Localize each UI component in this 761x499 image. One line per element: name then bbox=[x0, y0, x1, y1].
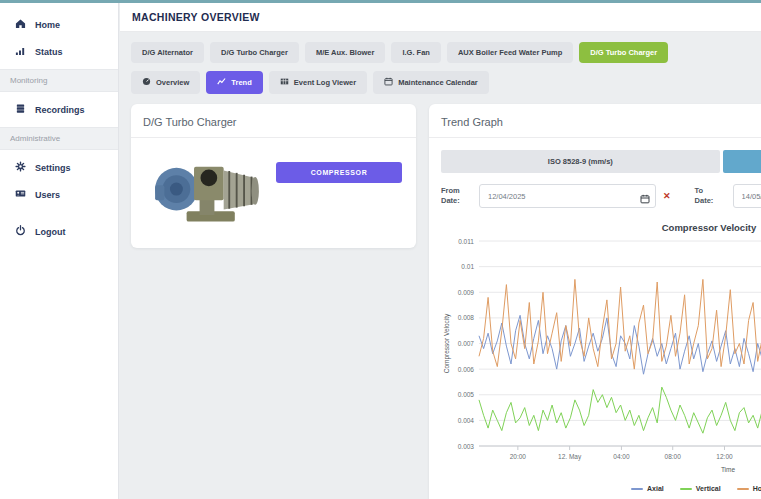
clear-date-icon[interactable]: ✕ bbox=[663, 191, 671, 201]
sidebar-item-recordings[interactable]: Recordings bbox=[0, 96, 118, 123]
turbocharger-image bbox=[151, 152, 263, 228]
sidebar-item-users[interactable]: Users bbox=[0, 181, 118, 208]
legend-dash-icon bbox=[737, 488, 749, 490]
standard-tab-right[interactable] bbox=[723, 150, 761, 173]
tab-trend[interactable]: Trend bbox=[206, 71, 262, 94]
x-axis-title: Time bbox=[721, 466, 736, 473]
x-tick-label: 12:00 bbox=[716, 453, 733, 460]
sidebar-section-monitoring: Monitoring bbox=[0, 69, 118, 92]
recordings-icon bbox=[15, 103, 26, 116]
calendar-icon bbox=[384, 77, 393, 88]
legend-item-vertical[interactable]: Vertical bbox=[680, 485, 721, 492]
sidebar-item-label: Recordings bbox=[35, 105, 85, 115]
machine-card-title: D/G Turbo Charger bbox=[143, 116, 404, 137]
machine-card: D/G Turbo Charger bbox=[131, 104, 416, 248]
main-area: MACHINERY OVERVIEW D/G Alternator D/G Tu… bbox=[120, 3, 761, 499]
y-tick-label: 0.011 bbox=[458, 238, 474, 245]
sidebar-item-label: Users bbox=[35, 190, 60, 200]
sidebar-item-status[interactable]: Status bbox=[0, 38, 118, 65]
machinery-tab-bar: D/G Alternator D/G Turbo Charger M/E Aux… bbox=[131, 42, 761, 63]
legend-label: Axial bbox=[647, 485, 664, 492]
tab-me-aux-blower[interactable]: M/E Aux. Blower bbox=[305, 42, 385, 63]
sidebar-item-home[interactable]: Home bbox=[0, 11, 118, 38]
y-tick-label: 0.005 bbox=[458, 391, 475, 398]
standard-selector-bar: ISO 8528-9 (mm/s) bbox=[441, 150, 761, 173]
page-header: MACHINERY OVERVIEW bbox=[120, 3, 761, 32]
to-date-label: To Date: bbox=[695, 186, 729, 206]
date-picker-icon[interactable] bbox=[640, 190, 650, 208]
tab-dg-turbo-charger-active[interactable]: D/G Turbo Charger bbox=[579, 42, 668, 63]
legend-item-axial[interactable]: Axial bbox=[631, 485, 664, 492]
tab-dg-alternator[interactable]: D/G Alternator bbox=[131, 42, 204, 63]
from-date-input[interactable] bbox=[479, 184, 656, 208]
table-icon bbox=[280, 77, 289, 88]
y-tick-label: 0.01 bbox=[461, 263, 474, 270]
tab-maintenance-calendar[interactable]: Maintenance Calendar bbox=[373, 71, 489, 94]
tab-ig-fan[interactable]: I.G. Fan bbox=[391, 42, 441, 63]
sidebar-item-settings[interactable]: Settings bbox=[0, 154, 118, 181]
y-tick-label: 0.003 bbox=[458, 443, 475, 450]
x-tick-label: 12. May bbox=[558, 453, 582, 461]
sidebar-item-label: Status bbox=[35, 47, 63, 57]
chart-title: Compressor Velocity bbox=[441, 222, 761, 233]
sidebar-item-logout[interactable]: Logout bbox=[0, 218, 118, 245]
compressor-button[interactable]: COMPRESSOR bbox=[276, 162, 402, 183]
trend-chart: Compressor Velocity 0.0110.010.0090.0080… bbox=[441, 222, 761, 492]
trend-line-icon bbox=[217, 77, 226, 88]
x-tick-label: 20:00 bbox=[510, 453, 527, 460]
legend-label: Vertical bbox=[696, 485, 721, 492]
legend-label: Horizontal bbox=[753, 485, 761, 492]
users-icon bbox=[15, 188, 26, 201]
tab-aux-boiler-feed-water-pump[interactable]: AUX Boiler Feed Water Pump bbox=[447, 42, 573, 63]
home-icon bbox=[15, 18, 26, 31]
chart-plot-area: 0.0110.010.0090.0080.0070.0060.0050.0040… bbox=[441, 237, 761, 477]
y-tick-label: 0.004 bbox=[458, 417, 475, 424]
gear-icon bbox=[15, 161, 26, 174]
x-tick-label: 08:00 bbox=[665, 453, 682, 460]
x-tick-label: 04:00 bbox=[613, 453, 630, 460]
tab-event-log-viewer[interactable]: Event Log Viewer bbox=[269, 71, 367, 94]
bar-chart-icon bbox=[15, 45, 26, 58]
tab-dg-turbo-charger[interactable]: D/G Turbo Charger bbox=[210, 42, 299, 63]
tab-overview[interactable]: Overview bbox=[131, 71, 200, 94]
view-tab-bar: Overview Trend Event Log Viewer Maintena… bbox=[131, 71, 761, 94]
legend-item-horizontal[interactable]: Horizontal bbox=[737, 485, 761, 492]
trend-card: Trend Graph ISO 8528-9 (mm/s) From Date: bbox=[429, 104, 761, 499]
sidebar-item-label: Logout bbox=[35, 227, 66, 237]
standard-tab-iso-8528-9[interactable]: ISO 8528-9 (mm/s) bbox=[441, 150, 720, 173]
trend-card-title: Trend Graph bbox=[441, 116, 761, 137]
sidebar-item-label: Home bbox=[35, 20, 60, 30]
to-date-input[interactable] bbox=[733, 184, 761, 208]
chart-legend: AxialVerticalHorizontal bbox=[441, 485, 761, 492]
page-title: MACHINERY OVERVIEW bbox=[132, 11, 260, 23]
legend-dash-icon bbox=[631, 488, 643, 490]
sidebar-section-administrative: Administrative bbox=[0, 127, 118, 150]
series-line-axial bbox=[479, 315, 761, 374]
sidebar-item-label: Settings bbox=[35, 163, 71, 173]
power-icon bbox=[15, 225, 26, 238]
cards-row: D/G Turbo Charger bbox=[131, 104, 761, 499]
y-tick-label: 0.007 bbox=[458, 340, 475, 347]
gauge-icon bbox=[142, 77, 151, 88]
date-range-row: From Date: ✕ To Date: bbox=[441, 184, 761, 208]
sidebar: Home Status Monitoring Recordings Admini… bbox=[0, 3, 119, 499]
y-tick-label: 0.008 bbox=[458, 314, 475, 321]
y-tick-label: 0.006 bbox=[458, 366, 475, 373]
content: D/G Alternator D/G Turbo Charger M/E Aux… bbox=[120, 32, 761, 499]
y-axis-title: Compressor Velocity bbox=[443, 313, 451, 373]
y-tick-label: 0.009 bbox=[458, 289, 475, 296]
series-line-vertical bbox=[479, 387, 761, 433]
legend-dash-icon bbox=[680, 488, 692, 490]
from-date-label: From Date: bbox=[441, 186, 475, 206]
